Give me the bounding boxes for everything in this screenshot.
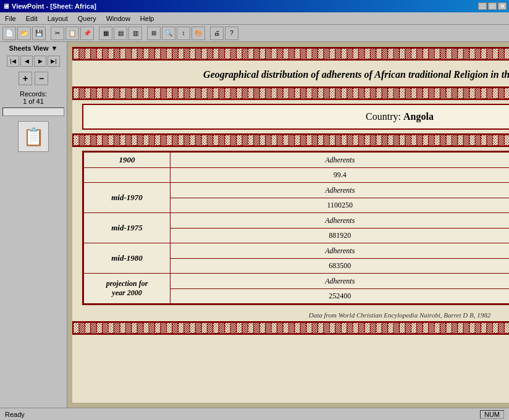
adherents-1900 xyxy=(84,168,170,183)
nav-first[interactable]: |◀ xyxy=(7,56,19,67)
adherents-1980: 683500 xyxy=(170,259,510,274)
maximize-button[interactable]: □ xyxy=(488,2,497,10)
table-row-2000-header: projection foryear 2000 Adherents % xyxy=(84,274,510,289)
zoom-button[interactable]: 🔍 xyxy=(162,27,175,40)
open-button[interactable]: 📂 xyxy=(17,27,31,40)
header-adherents-1900: Adherents xyxy=(170,153,510,168)
tool3[interactable]: ▥ xyxy=(128,27,142,40)
header-adherents-1970: Adherents xyxy=(170,183,510,198)
zoom-in[interactable]: + xyxy=(19,72,32,85)
sidebar-icon: ▼ xyxy=(51,44,58,52)
table-row-1975-header: mid-1975 Adherents % xyxy=(84,213,510,229)
adherents-1970: 1100250 xyxy=(170,198,510,213)
mid-border-pattern-2: ▓▒▓▒▓▒▓▒▓▒▓▒▓▒▓▒▓▒▓▒▓▒▓▒▓▒▓▒▓▒▓▒▓▒▓▒▓▒▓▒… xyxy=(72,133,509,147)
sidebar-title: Sheets View xyxy=(9,44,49,52)
help-button[interactable]: ? xyxy=(225,27,238,40)
pct-1900: 99.4 xyxy=(170,168,510,183)
status-text: Ready xyxy=(5,411,25,418)
new-button[interactable]: 📄 xyxy=(2,27,16,40)
nav-next[interactable]: ▶ xyxy=(34,56,46,67)
label-1900: 1900 xyxy=(84,153,170,168)
mid-border-pattern-1: ▓▒▓▒▓▒▓▒▓▒▓▒▓▒▓▒▓▒▓▒▓▒▓▒▓▒▓▒▓▒▓▒▓▒▓▒▓▒▓▒… xyxy=(72,86,509,100)
menu-help[interactable]: Help xyxy=(135,14,159,23)
color-button[interactable]: 🎨 xyxy=(191,27,205,40)
top-border-pattern: ▓▒▓▒▓▒▓▒▓▒▓▒▓▒▓▒▓▒▓▒▓▒▓▒▓▒▓▒▓▒▓▒▓▒▓▒▓▒▓▒… xyxy=(72,47,509,61)
table-row-1900-values: 99.4 xyxy=(84,168,510,183)
document-title: Geographical distribution of adherents o… xyxy=(72,61,509,86)
paste-button[interactable]: 📌 xyxy=(80,27,94,40)
country-label: Country: xyxy=(366,111,401,122)
header-adherents-1980: Adherents xyxy=(170,243,510,259)
table-row: 1900 Adherents % xyxy=(84,153,510,168)
window-title: ViewPoint - [Sheet: Africa] xyxy=(12,2,96,10)
records-label: Records: 1 of 41 xyxy=(20,90,47,105)
label-2000: projection foryear 2000 xyxy=(84,274,170,304)
menu-bar: File Edit Layout Query Window Help xyxy=(0,12,509,25)
header-adherents-2000: Adherents xyxy=(170,274,510,289)
tool1[interactable]: ▦ xyxy=(99,27,112,40)
footnote: Data from World Christian Encylopedia Na… xyxy=(72,309,509,321)
bottom-border-pattern: ▓▒▓▒▓▒▓▒▓▒▓▒▓▒▓▒▓▒▓▒▓▒▓▒▓▒▓▒▓▒▓▒▓▒▓▒▓▒▓▒… xyxy=(72,321,509,335)
tool2[interactable]: ▤ xyxy=(114,27,127,40)
menu-window[interactable]: Window xyxy=(101,14,135,23)
minimize-button[interactable]: _ xyxy=(478,2,487,10)
nav-controls: |◀ ◀ ▶ ▶| xyxy=(7,56,60,67)
nav-last[interactable]: ▶| xyxy=(48,56,60,67)
header-adherents-1975: Adherents xyxy=(170,213,510,229)
data-table: 1900 Adherents % 99.4 mid-1970 Adhe xyxy=(83,152,509,304)
thumbnail-icon: 📋 xyxy=(18,121,49,152)
copy-button[interactable]: 📋 xyxy=(65,27,79,40)
adherents-1975: 881920 xyxy=(170,229,510,243)
menu-file[interactable]: File xyxy=(0,14,21,23)
menu-edit[interactable]: Edit xyxy=(21,14,43,23)
save-button[interactable]: 💾 xyxy=(32,27,46,40)
app-icon: 🖥 xyxy=(2,2,9,10)
table-row-1980-header: mid-1980 Adherents % xyxy=(84,243,510,259)
tool4[interactable]: ⊞ xyxy=(147,27,161,40)
sidebar-header: Sheets View ▼ xyxy=(9,44,58,52)
document-wrapper: ▓▒▓▒▓▒▓▒▓▒▓▒▓▒▓▒▓▒▓▒▓▒▓▒▓▒▓▒▓▒▓▒▓▒▓▒▓▒▓▒… xyxy=(67,42,509,408)
print-button[interactable]: 🖨 xyxy=(210,27,224,40)
sidebar: Sheets View ▼ |◀ ◀ ▶ ▶| + − Records: 1 o… xyxy=(0,42,67,408)
num-indicator: NUM xyxy=(480,410,504,419)
label-1975: mid-1975 xyxy=(84,213,170,243)
main-area: Sheets View ▼ |◀ ◀ ▶ ▶| + − Records: 1 o… xyxy=(0,42,509,408)
top-border-text: ▓▒▓▒▓▒▓▒▓▒▓▒▓▒▓▒▓▒▓▒▓▒▓▒▓▒▓▒▓▒▓▒▓▒▓▒▓▒▓▒… xyxy=(74,49,509,59)
menu-query[interactable]: Query xyxy=(73,14,101,23)
title-bar: 🖥 ViewPoint - [Sheet: Africa] _ □ ✕ xyxy=(0,0,509,12)
menu-layout[interactable]: Layout xyxy=(43,14,73,23)
label-1980: mid-1980 xyxy=(84,243,170,274)
data-table-wrapper: 1900 Adherents % 99.4 mid-1970 Adhe xyxy=(82,151,509,305)
zoom-controls: + − xyxy=(19,72,48,85)
toolbar: 📄 📂 💾 ✂ 📋 📌 ▦ ▤ ▥ ⊞ 🔍 ↕ 🎨 🖨 ? xyxy=(0,25,509,42)
sort-button[interactable]: ↕ xyxy=(177,27,190,40)
country-box: Country: Angola xyxy=(82,104,509,130)
adherents-2000: 252400 xyxy=(170,289,510,304)
status-bar: Ready NUM xyxy=(0,408,509,420)
mid-border-text-1: ▓▒▓▒▓▒▓▒▓▒▓▒▓▒▓▒▓▒▓▒▓▒▓▒▓▒▓▒▓▒▓▒▓▒▓▒▓▒▓▒… xyxy=(74,88,509,98)
bottom-border-text: ▓▒▓▒▓▒▓▒▓▒▓▒▓▒▓▒▓▒▓▒▓▒▓▒▓▒▓▒▓▒▓▒▓▒▓▒▓▒▓▒… xyxy=(74,323,509,333)
nav-prev[interactable]: ◀ xyxy=(20,56,33,67)
mid-border-text-2: ▓▒▓▒▓▒▓▒▓▒▓▒▓▒▓▒▓▒▓▒▓▒▓▒▓▒▓▒▓▒▓▒▓▒▓▒▓▒▓▒… xyxy=(74,135,509,145)
cut-button[interactable]: ✂ xyxy=(51,27,64,40)
document: ▓▒▓▒▓▒▓▒▓▒▓▒▓▒▓▒▓▒▓▒▓▒▓▒▓▒▓▒▓▒▓▒▓▒▓▒▓▒▓▒… xyxy=(72,47,509,403)
horizontal-scrollbar[interactable] xyxy=(2,107,64,116)
doc-icon: 📋 xyxy=(23,127,44,147)
country-name: Angola xyxy=(403,111,434,122)
zoom-out[interactable]: − xyxy=(35,72,48,85)
close-button[interactable]: ✕ xyxy=(498,2,507,10)
table-row-1970-header: mid-1970 Adherents % xyxy=(84,183,510,198)
label-1970: mid-1970 xyxy=(84,183,170,213)
